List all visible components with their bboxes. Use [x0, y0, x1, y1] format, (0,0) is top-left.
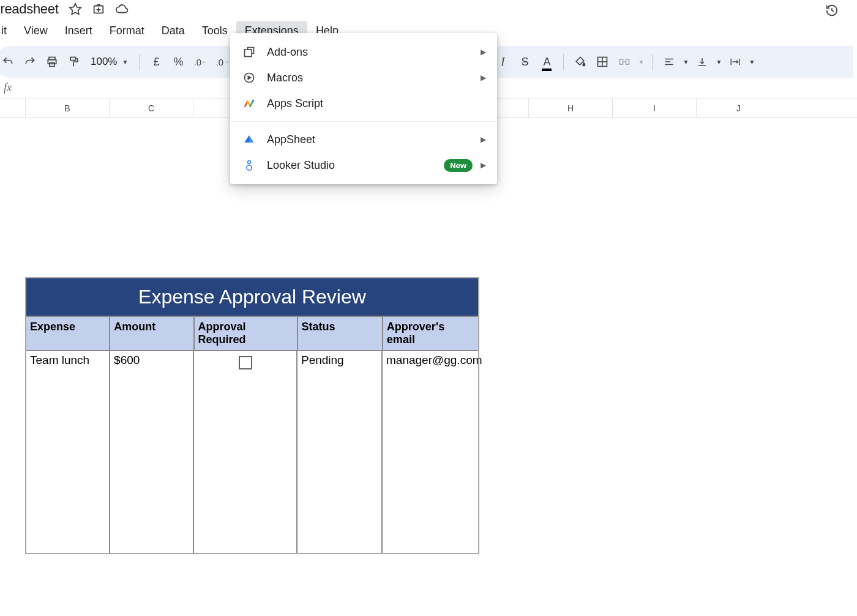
- dropdown-macros[interactable]: Macros ▶: [230, 65, 497, 91]
- title-bar: d spreadsheet: [0, 0, 857, 18]
- macros-icon: [242, 71, 256, 84]
- header-amount: Amount: [110, 317, 194, 350]
- separator: [563, 54, 564, 70]
- svg-rect-16: [245, 50, 252, 57]
- paint-format-icon[interactable]: [64, 51, 84, 72]
- menu-format[interactable]: Format: [101, 21, 153, 41]
- zoom-value: 100%: [91, 56, 117, 68]
- dropdown-label: Looker Studio: [267, 159, 335, 172]
- approval-data-row: Team lunch $600 Pending manager@gg.com: [26, 351, 478, 553]
- zoom-select[interactable]: 100%▼: [86, 56, 133, 68]
- addons-icon: [242, 45, 256, 59]
- menu-insert[interactable]: Insert: [56, 21, 101, 41]
- cell-expense[interactable]: Team lunch: [26, 351, 110, 553]
- submenu-caret-icon: ▶: [481, 48, 486, 56]
- dropdown-separator: [230, 121, 497, 122]
- apps-script-icon: [242, 97, 256, 110]
- col-header[interactable]: C: [110, 98, 193, 117]
- dropdown-looker-studio[interactable]: Looker Studio New ▶: [230, 152, 497, 178]
- submenu-caret-icon: ▶: [481, 73, 486, 82]
- print-icon[interactable]: [42, 51, 62, 72]
- header-approval-required: Approval Required: [195, 317, 298, 350]
- header-expense: Expense: [26, 317, 110, 350]
- fx-icon: fx: [4, 81, 21, 94]
- dropdown-addons[interactable]: Add-ons ▶: [230, 39, 497, 65]
- dropdown-apps-script[interactable]: Apps Script: [230, 91, 497, 116]
- dropdown-label: Macros: [267, 72, 303, 84]
- appsheet-icon: [242, 133, 256, 146]
- cell-approver-email[interactable]: manager@gg.com: [383, 351, 478, 553]
- cell-status[interactable]: Pending: [298, 351, 383, 553]
- undo-icon[interactable]: [0, 51, 18, 72]
- col-header[interactable]: J: [697, 98, 780, 117]
- percent-button[interactable]: %: [168, 51, 189, 72]
- submenu-caret-icon: ▶: [481, 161, 486, 169]
- dropdown-label: Add-ons: [267, 46, 308, 59]
- cell-amount[interactable]: $600: [110, 351, 194, 553]
- redo-icon[interactable]: [20, 51, 40, 72]
- col-header[interactable]: H: [529, 98, 613, 117]
- merge-button[interactable]: [614, 51, 635, 72]
- separator: [652, 54, 653, 70]
- extensions-dropdown: Add-ons ▶ Macros ▶ Apps Script AppSheet …: [230, 33, 497, 184]
- borders-button[interactable]: [592, 51, 613, 72]
- svg-point-18: [252, 100, 255, 102]
- star-icon[interactable]: [69, 2, 82, 16]
- cell-approval-required[interactable]: [194, 351, 298, 553]
- menu-data[interactable]: Data: [153, 21, 193, 41]
- caret-down-icon: ▼: [122, 59, 128, 65]
- doc-title[interactable]: d spreadsheet: [0, 1, 59, 17]
- approval-review-box: Expense Approval Review Expense Amount A…: [25, 277, 479, 554]
- menu-edit[interactable]: it: [0, 21, 15, 41]
- h-align-button[interactable]: [659, 51, 679, 72]
- text-color-button[interactable]: A: [536, 51, 557, 72]
- decrease-decimal-button[interactable]: .0←: [190, 51, 211, 72]
- merge-caret[interactable]: ▼: [636, 51, 646, 72]
- svg-point-20: [247, 165, 252, 170]
- checkbox-icon[interactable]: [239, 356, 252, 369]
- approval-title: Expense Approval Review: [26, 278, 478, 316]
- svg-rect-9: [626, 59, 629, 64]
- svg-rect-8: [620, 59, 623, 64]
- cloud-icon[interactable]: [115, 2, 129, 16]
- svg-rect-4: [70, 58, 75, 61]
- header-status: Status: [298, 317, 383, 350]
- sheet-area[interactable]: Expense Approval Review Expense Amount A…: [0, 118, 857, 616]
- fill-color-button[interactable]: [570, 51, 591, 72]
- history-icon[interactable]: [825, 4, 839, 17]
- menu-view[interactable]: View: [15, 21, 56, 41]
- looker-icon: [242, 158, 256, 172]
- approval-header-row: Expense Amount Approval Required Status …: [26, 316, 478, 351]
- new-badge: New: [444, 159, 473, 172]
- svg-point-19: [248, 161, 251, 164]
- select-all-corner[interactable]: [0, 98, 26, 117]
- submenu-caret-icon: ▶: [481, 135, 486, 144]
- v-align-caret[interactable]: ▼: [714, 51, 724, 72]
- strikethrough-button[interactable]: S: [514, 51, 535, 72]
- dropdown-appsheet[interactable]: AppSheet ▶: [230, 127, 497, 152]
- wrap-button[interactable]: [725, 51, 746, 72]
- col-header[interactable]: B: [26, 98, 110, 117]
- separator: [139, 54, 140, 70]
- h-align-caret[interactable]: ▼: [681, 51, 690, 72]
- currency-button[interactable]: £: [146, 51, 167, 72]
- move-icon[interactable]: [92, 2, 105, 16]
- dropdown-label: Apps Script: [267, 97, 323, 110]
- dropdown-label: AppSheet: [267, 133, 315, 146]
- v-align-button[interactable]: [692, 51, 713, 72]
- header-approver-email: Approver's email: [383, 317, 478, 350]
- col-header[interactable]: I: [613, 98, 697, 117]
- wrap-caret[interactable]: ▼: [747, 51, 757, 72]
